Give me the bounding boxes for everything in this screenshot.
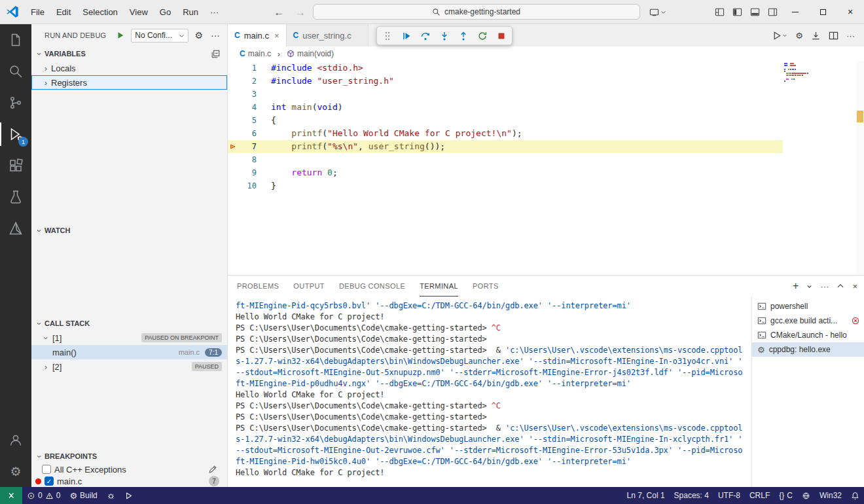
extensions-icon[interactable] [0,150,31,181]
remote-indicator[interactable] [0,487,22,504]
exceptions-checkbox[interactable] [42,465,51,474]
gutter[interactable]: 1 [228,62,271,75]
search-icon[interactable] [0,56,31,87]
restart-button[interactable] [475,29,490,43]
tab-user_string.c[interactable]: Cuser_string.c× [287,24,369,46]
terminal-item-cppdbg[interactable]: ⚙ cppdbg: hello.exe [752,342,864,357]
breakpoint-checkbox[interactable]: ✓ [45,477,54,486]
gutter[interactable]: 4 [228,101,271,114]
step-over-button[interactable] [418,29,433,43]
watch-header[interactable]: › WATCH [31,223,227,238]
breakpoint-main-row[interactable]: ✓ main.c 7 [31,475,227,487]
menu-view[interactable]: View [124,7,154,17]
menu-more[interactable]: ··· [204,7,225,17]
close-button[interactable]: × [837,0,864,24]
gutter[interactable]: 10 [228,179,271,192]
gear-icon[interactable]: ⚙ [192,30,205,41]
gutter[interactable]: 9 [228,166,271,179]
terminal-item-powershell[interactable]: powershell [752,299,864,314]
notifications-bell[interactable] [846,487,864,504]
new-terminal-icon[interactable]: + [793,281,799,291]
settings-gear-icon[interactable]: ⚙ [0,456,31,487]
back-icon[interactable]: ← [270,7,289,18]
breadcrumb-file[interactable]: C main.c [240,49,271,58]
indentation[interactable]: Spaces: 4 [670,487,713,504]
minimap[interactable] [784,63,822,82]
collapse-all-icon[interactable] [209,50,222,58]
breadcrumb-symbol[interactable]: main(void) [287,49,334,58]
run-and-debug-icon[interactable]: 1 [0,118,31,150]
debug-config-dropdown[interactable]: No Confi... [131,29,189,43]
gutter[interactable]: 8 [228,153,271,166]
code-editor[interactable]: 1#include <stdio.h>2#include "user_strin… [228,61,864,275]
toggle-secondary-sidebar-icon[interactable] [764,0,782,24]
variables-header[interactable]: › VARIABLES [31,46,227,61]
launch-profile-chevron-icon[interactable] [806,283,812,289]
stop-button[interactable] [494,29,509,43]
split-editor-icon[interactable] [829,31,838,41]
panel-tab-problems[interactable]: PROBLEMS [237,276,279,297]
terminal-output[interactable]: ft-MIEngine-Pid-qcy5rbs0.bvl' '--dbgExe=… [228,297,751,487]
terminal-item-gcc-build[interactable]: gcc.exe build acti... [752,314,864,328]
breakpoint-exceptions-row[interactable]: All C++ Exceptions [31,463,227,475]
panel-more-actions-icon[interactable]: ··· [820,281,829,291]
terminal-item-cmake-launch[interactable]: CMake/Launch - hello [752,328,864,342]
panel-tab-debug-console[interactable]: DEBUG CONSOLE [339,276,405,297]
variables-item-locals[interactable]: › Locals [31,61,227,75]
call-stack-thread-2[interactable]: › [2] PAUSED [31,359,227,374]
customize-layout-icon[interactable] [711,0,729,24]
toggle-primary-sidebar-icon[interactable] [729,0,746,24]
gutter[interactable]: 3 [228,88,271,101]
cmake-debug-button[interactable] [102,487,120,504]
gear-icon[interactable]: ⚙ [795,31,803,41]
cast-icon[interactable] [649,7,666,17]
panel-tab-terminal[interactable]: TERMINAL [420,276,458,297]
cpp-configuration[interactable]: Win32 [815,487,846,504]
toolbar-drag-handle[interactable] [380,29,395,43]
export-icon[interactable] [811,31,821,41]
command-center-search[interactable]: cmake-getting-started [313,4,640,20]
edit-condition-icon[interactable] [206,465,219,474]
forward-icon[interactable]: → [291,7,310,18]
encoding[interactable]: UTF-8 [713,487,745,504]
continue-button[interactable] [399,29,414,43]
panel-tab-output[interactable]: OUTPUT [293,276,325,297]
minimize-button[interactable] [782,0,809,24]
cmake-build-button[interactable]: ⚙ Build [65,487,101,504]
gutter[interactable]: 7 [228,140,271,153]
tab-main.c[interactable]: Cmain.c× [228,24,287,46]
run-button[interactable] [772,31,787,41]
more-actions-icon[interactable]: ··· [209,30,222,41]
step-out-button[interactable] [456,29,471,43]
menu-selection[interactable]: Selection [77,7,123,17]
gutter[interactable]: 2 [228,75,271,88]
cmake-icon[interactable] [0,213,31,244]
step-into-button[interactable] [437,29,452,43]
gutter[interactable]: 6 [228,127,271,140]
gutter[interactable]: 5 [228,114,271,127]
close-icon[interactable]: × [274,31,279,41]
problems-status[interactable]: 0 0 [22,487,65,504]
cursor-position[interactable]: Ln 7, Col 1 [622,487,670,504]
cmake-run-button[interactable] [120,487,137,504]
editor-scrollbar[interactable] [856,61,864,275]
eol[interactable]: CRLF [745,487,774,504]
variables-item-registers[interactable]: › Registers [31,75,227,90]
breakpoints-header[interactable]: › BREAKPOINTS [31,449,227,463]
call-stack-header[interactable]: › CALL STACK [31,316,227,331]
panel-tab-ports[interactable]: PORTS [473,276,499,297]
maximize-button[interactable] [809,0,837,24]
source-control-icon[interactable] [0,87,31,118]
close-panel-icon[interactable]: × [852,281,857,291]
menu-file[interactable]: File [25,7,50,17]
maximize-panel-icon[interactable] [837,282,844,290]
intellisense-status[interactable] [797,487,815,504]
menu-edit[interactable]: Edit [50,7,77,17]
menu-run[interactable]: Run [177,7,204,17]
accounts-icon[interactable] [0,424,31,456]
call-stack-thread-1[interactable]: › [1] PAUSED ON BREAKPOINT [31,331,227,345]
menu-go[interactable]: Go [154,7,177,17]
testing-icon[interactable] [0,181,31,213]
call-stack-frame-main[interactable]: main() main.c 7:1 [31,345,227,359]
explorer-icon[interactable] [0,24,31,56]
